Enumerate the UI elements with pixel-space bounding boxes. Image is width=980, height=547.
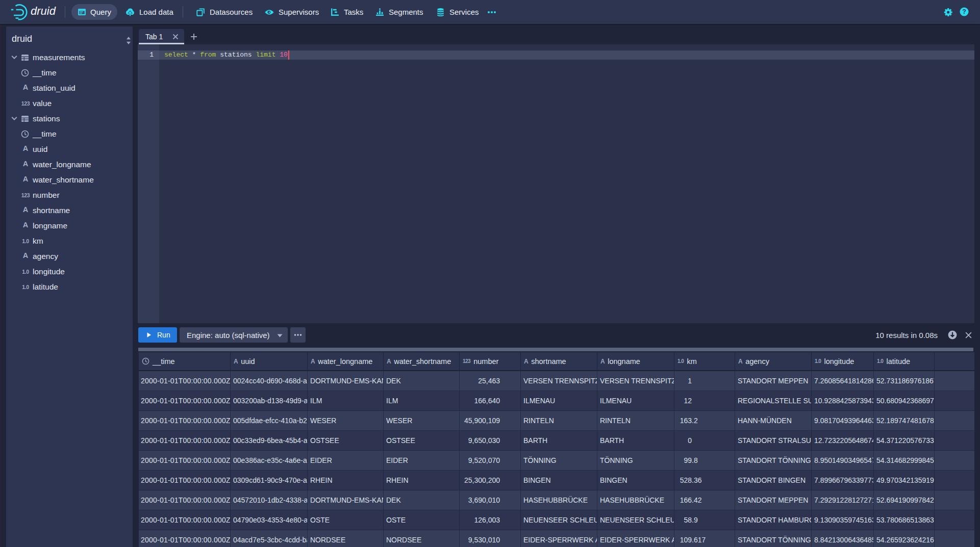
svg-text:?: ?: [962, 8, 966, 15]
